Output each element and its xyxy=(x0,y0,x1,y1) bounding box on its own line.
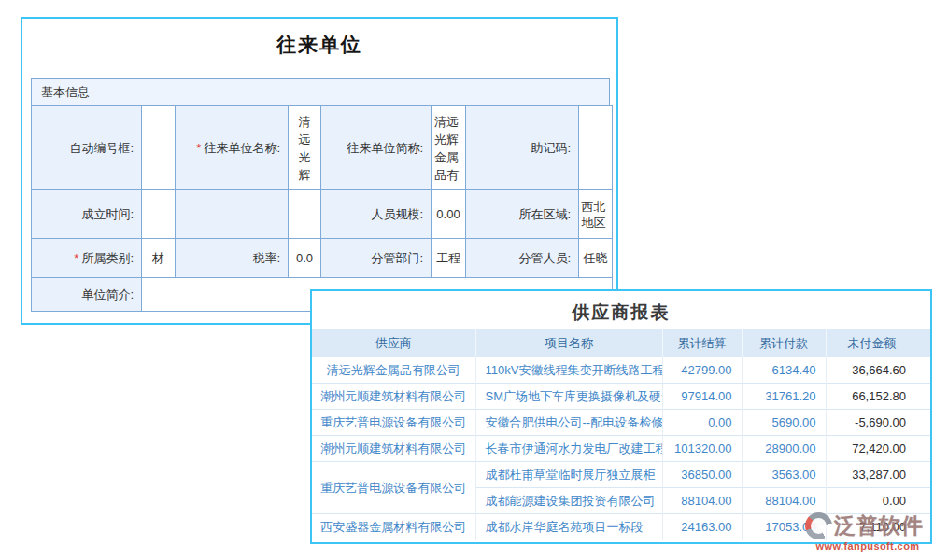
business-unit-panel: 往来单位 基本信息 自动编号框: *往来单位名称: 清远光辉 往来单位简称: 清… xyxy=(21,17,618,325)
tax-rate-field[interactable]: 0.0 xyxy=(289,239,321,278)
auto-no-label: 自动编号框: xyxy=(32,106,142,190)
unit-short-field[interactable]: 清远光辉金属品有 xyxy=(432,106,466,190)
basic-info-section-header: 基本信息 xyxy=(31,78,610,106)
paid-value[interactable]: 3563.00 xyxy=(742,462,826,488)
project-link[interactable]: 成都能源建设集团投资有限公司 xyxy=(475,488,662,514)
project-link[interactable]: 安徽合肥供电公司--配电设备检修 xyxy=(475,410,662,436)
report-header-row: 供应商 项目名称 累计结算 累计付款 未付金额 xyxy=(312,329,930,357)
mnemonic-label: 助记码: xyxy=(466,106,579,190)
watermark: 泛普软件 www.fanpusoft.com xyxy=(805,511,930,552)
table-row: 潮州元顺建筑材料有限公司 长春市伊通河水力发电厂改建工程 101320.00 2… xyxy=(312,436,930,462)
supplier-report-panel: 供应商报表 供应商 项目名称 累计结算 累计付款 未付金额 清远光辉金属品有限公… xyxy=(310,289,932,544)
settled-value[interactable]: 42799.00 xyxy=(662,357,742,384)
category-label: *所属类别: xyxy=(32,239,142,278)
settled-value[interactable]: 88104.00 xyxy=(662,488,742,514)
supplier-link[interactable]: 西安盛器金属材料有限公司 xyxy=(312,514,475,540)
supplier-link[interactable]: 潮州元顺建筑材料有限公司 xyxy=(312,384,475,410)
category-field[interactable]: 材 xyxy=(142,239,176,278)
paid-value[interactable]: 88104.00 xyxy=(742,488,826,514)
unpaid-value: 36,664.60 xyxy=(826,357,930,384)
project-link[interactable]: SM广场地下车库更换摄像机及硬化 xyxy=(475,384,662,410)
unit-short-label: 往来单位简称: xyxy=(321,106,432,190)
form-title: 往来单位 xyxy=(22,32,616,58)
project-link[interactable]: 成都杜甫草堂临时展厅独立展柜 xyxy=(475,462,662,488)
staff-scale-field[interactable]: 0.00 xyxy=(432,190,466,239)
table-row: 清远光辉金属品有限公司 110kV安徽线程集变开断线路工程 42799.00 6… xyxy=(312,357,930,384)
mnemonic-field[interactable] xyxy=(579,106,613,190)
table-row: 潮州元顺建筑材料有限公司 SM广场地下车库更换摄像机及硬化 97914.00 3… xyxy=(312,384,930,410)
unpaid-value: 66,152.80 xyxy=(826,384,930,410)
staff-scale-label: 人员规模: xyxy=(321,190,432,239)
settled-value[interactable]: 0.00 xyxy=(662,410,742,436)
supplier-report-table: 供应商 项目名称 累计结算 累计付款 未付金额 清远光辉金属品有限公司 110k… xyxy=(312,329,930,540)
founded-field[interactable] xyxy=(142,190,176,239)
supplier-link[interactable]: 重庆艺普电源设备有限公司 xyxy=(312,462,475,514)
unit-name-label: *往来单位名称: xyxy=(176,106,289,190)
founded-label: 成立时间: xyxy=(32,190,142,239)
col-header-paid[interactable]: 累计付款 xyxy=(742,329,826,357)
paid-value[interactable]: 6134.40 xyxy=(742,357,826,384)
intro-label: 单位简介: xyxy=(32,278,142,312)
manager-field[interactable]: 任晓 xyxy=(579,239,613,278)
empty-value-cell xyxy=(289,190,321,239)
settled-value[interactable]: 97914.00 xyxy=(662,384,742,410)
department-field[interactable]: 工程 xyxy=(432,239,466,278)
report-title: 供应商报表 xyxy=(312,291,930,329)
unit-name-field[interactable]: 清远光辉 xyxy=(289,106,321,190)
fanpusoft-logo-icon xyxy=(805,512,832,539)
col-header-settled[interactable]: 累计结算 xyxy=(662,329,742,357)
screenshot-stage: 往来单位 基本信息 自动编号框: *往来单位名称: 清远光辉 往来单位简称: 清… xyxy=(0,0,934,560)
auto-no-field[interactable] xyxy=(142,106,176,190)
supplier-link[interactable]: 重庆艺普电源设备有限公司 xyxy=(312,410,475,436)
tax-rate-label: 税率: xyxy=(176,239,289,278)
region-field[interactable]: 西北地区 xyxy=(579,190,613,239)
watermark-url: www.fanpusoft.com xyxy=(805,540,930,552)
settled-value[interactable]: 36850.00 xyxy=(662,462,742,488)
project-link[interactable]: 110kV安徽线程集变开断线路工程 xyxy=(475,357,662,384)
paid-value[interactable]: 31761.20 xyxy=(742,384,826,410)
settled-value[interactable]: 24163.00 xyxy=(662,514,742,540)
table-row: 重庆艺普电源设备有限公司 成都杜甫草堂临时展厅独立展柜 36850.00 356… xyxy=(312,462,930,488)
col-header-project[interactable]: 项目名称 xyxy=(475,329,662,357)
col-header-unpaid[interactable]: 未付金额 xyxy=(826,329,930,357)
table-row: 重庆艺普电源设备有限公司 安徽合肥供电公司--配电设备检修 0.00 5690.… xyxy=(312,410,930,436)
manager-label: 分管人员: xyxy=(466,239,579,278)
settled-value[interactable]: 101320.00 xyxy=(662,436,742,462)
department-label: 分管部门: xyxy=(321,239,432,278)
paid-value[interactable]: 28900.00 xyxy=(742,436,826,462)
paid-value[interactable]: 5690.00 xyxy=(742,410,826,436)
watermark-brand: 泛普软件 xyxy=(834,511,924,540)
project-link[interactable]: 成都水岸华庭名苑项目一标段 xyxy=(475,514,662,540)
basic-info-form: 自动编号框: *往来单位名称: 清远光辉 往来单位简称: 清远光辉金属品有 助记… xyxy=(31,105,613,312)
unpaid-value: 72,420.00 xyxy=(826,436,930,462)
unpaid-value: 33,287.00 xyxy=(826,462,930,488)
required-marker: * xyxy=(196,141,201,155)
unpaid-value: 0.00 xyxy=(826,488,930,514)
unpaid-value: -5,690.00 xyxy=(826,410,930,436)
project-link[interactable]: 长春市伊通河水力发电厂改建工程 xyxy=(475,436,662,462)
empty-label-cell xyxy=(176,190,289,239)
supplier-link[interactable]: 潮州元顺建筑材料有限公司 xyxy=(312,436,475,462)
supplier-link[interactable]: 清远光辉金属品有限公司 xyxy=(312,357,475,384)
region-label: 所在区域: xyxy=(466,190,579,239)
required-marker: * xyxy=(74,251,78,265)
section-title: 基本信息 xyxy=(41,85,90,99)
col-header-supplier[interactable]: 供应商 xyxy=(312,329,475,357)
